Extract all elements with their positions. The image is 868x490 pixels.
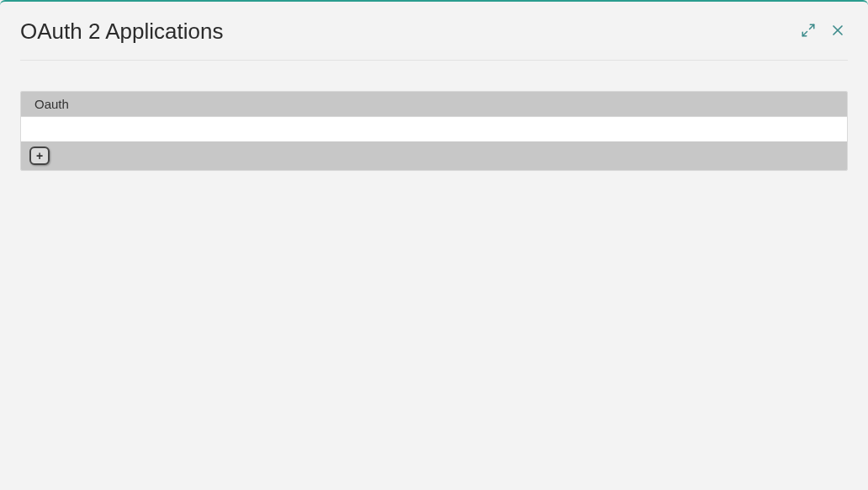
modal-title: OAuth 2 Applications (20, 19, 223, 45)
table-column-header: Oauth (21, 92, 847, 116)
oauth-table: Oauth + (20, 91, 848, 171)
svg-line-1 (802, 32, 807, 36)
close-icon (829, 22, 846, 41)
expand-button[interactable] (799, 21, 818, 42)
close-button[interactable] (828, 20, 848, 43)
svg-line-0 (810, 24, 814, 29)
table-footer: + (21, 141, 847, 170)
expand-icon (801, 23, 816, 40)
add-oauth-button[interactable]: + (29, 146, 50, 165)
modal-actions (799, 20, 848, 43)
oauth-applications-modal: OAuth 2 Applications (0, 0, 868, 490)
modal-content: Oauth + (0, 61, 868, 191)
modal-header: OAuth 2 Applications (20, 2, 848, 61)
table-body-empty (21, 116, 847, 141)
